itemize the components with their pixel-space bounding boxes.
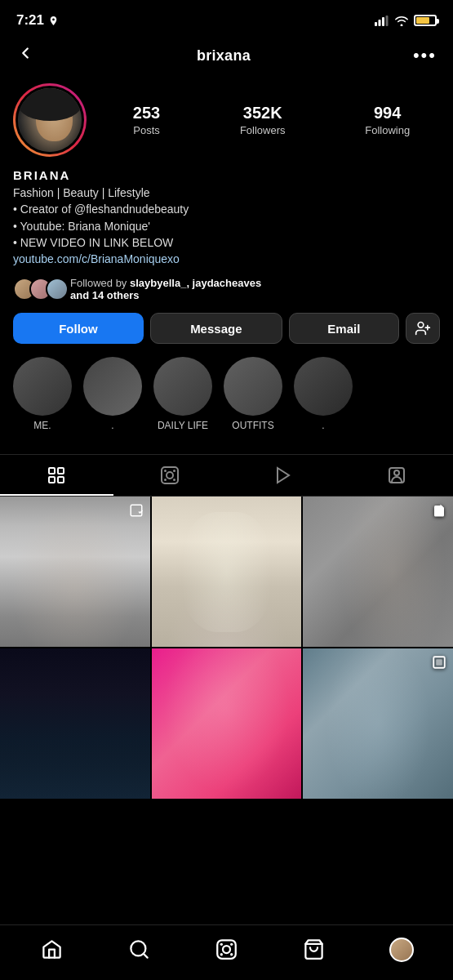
grid-item-4[interactable] xyxy=(0,648,150,799)
followed-names: slaybyella_, jaydacheaves xyxy=(130,277,261,289)
follow-button[interactable]: Follow xyxy=(13,313,144,344)
svg-point-15 xyxy=(164,479,167,481)
highlight-item-daily[interactable]: DAILY LIFE xyxy=(153,357,212,431)
svg-rect-20 xyxy=(131,506,142,517)
highlight-circle-daily xyxy=(153,357,212,416)
posts-label: Posts xyxy=(133,124,160,136)
bottom-nav xyxy=(0,924,453,980)
svg-point-16 xyxy=(173,479,175,481)
photo-grid xyxy=(0,497,453,798)
nav-reels-create[interactable] xyxy=(207,929,247,970)
svg-point-28 xyxy=(223,946,230,953)
search-icon xyxy=(128,938,150,960)
tab-reels[interactable] xyxy=(113,455,227,496)
play-icon xyxy=(273,466,293,485)
highlight-label-5: . xyxy=(322,420,324,431)
wifi-icon xyxy=(394,16,409,26)
highlight-item-me[interactable]: ME. xyxy=(13,357,72,431)
follower-avatar-3 xyxy=(46,278,69,301)
tab-grid[interactable] xyxy=(0,455,113,496)
nav-shop[interactable] xyxy=(294,929,335,970)
grid-icon xyxy=(47,466,66,485)
nav-home[interactable] xyxy=(32,929,73,970)
profile-username: brixana xyxy=(197,47,251,65)
grid-item-5[interactable] xyxy=(152,648,302,799)
svg-rect-3 xyxy=(386,16,389,26)
posts-count: 253 xyxy=(133,104,160,122)
message-button[interactable]: Message xyxy=(150,313,282,344)
profile-nav-avatar xyxy=(389,938,414,962)
followers-stat[interactable]: 352K Followers xyxy=(240,104,286,137)
nav-search[interactable] xyxy=(119,929,160,970)
svg-rect-7 xyxy=(49,468,55,474)
display-name: BRIANA xyxy=(13,168,440,182)
nav-profile[interactable] xyxy=(381,929,422,970)
followers-label: Followers xyxy=(240,124,286,136)
grid-item-6[interactable] xyxy=(303,648,453,799)
svg-rect-10 xyxy=(58,477,64,483)
nav-bar: brixana ••• xyxy=(0,36,453,75)
highlight-circle-outfits xyxy=(224,357,282,416)
home-icon xyxy=(41,938,63,960)
email-button[interactable]: Email xyxy=(289,313,399,344)
svg-point-4 xyxy=(418,323,424,328)
signal-icon xyxy=(375,16,389,26)
svg-rect-27 xyxy=(217,940,236,959)
svg-point-19 xyxy=(394,470,399,475)
tag-person-icon xyxy=(387,466,406,485)
highlight-label-outfits: OUTFITS xyxy=(232,420,273,431)
back-button[interactable] xyxy=(16,44,34,67)
highlight-item-5[interactable]: . xyxy=(294,357,353,431)
follower-avatars xyxy=(13,278,62,301)
time-display: 7:21 xyxy=(16,12,44,29)
multi-photo-indicator-3 xyxy=(432,503,446,518)
following-count: 994 xyxy=(365,104,410,122)
svg-point-13 xyxy=(164,470,167,472)
tab-video[interactable] xyxy=(227,455,340,496)
svg-rect-0 xyxy=(375,22,377,26)
avatar-photo xyxy=(18,88,82,152)
shop-icon xyxy=(303,938,325,960)
grid-item-2[interactable] xyxy=(152,497,302,647)
bio-text: Fashion | Beauty | Lifestyle • Creator o… xyxy=(13,185,440,267)
svg-line-26 xyxy=(144,954,148,958)
svg-rect-11 xyxy=(162,467,178,483)
profile-top: 253 Posts 352K Followers 994 Following xyxy=(13,83,440,157)
svg-point-31 xyxy=(220,953,223,956)
highlight-item-2[interactable]: . xyxy=(83,357,142,431)
stats-row: 253 Posts 352K Followers 994 Following xyxy=(103,104,440,137)
content-tab-bar xyxy=(0,454,453,497)
reels-nav-icon xyxy=(215,938,238,960)
action-buttons: Follow Message Email xyxy=(13,313,440,344)
reels-icon xyxy=(160,466,180,485)
posts-stat[interactable]: 253 Posts xyxy=(133,104,160,137)
profile-avatar-ring xyxy=(13,83,87,157)
battery-icon xyxy=(414,15,437,26)
svg-rect-24 xyxy=(436,659,442,666)
tab-tagged[interactable] xyxy=(340,455,453,496)
bio-line-1: Fashion | Beauty | Lifestyle xyxy=(13,186,150,199)
svg-point-29 xyxy=(220,943,223,946)
story-highlights: ME. . DAILY LIFE OUTFITS . xyxy=(13,357,440,441)
highlight-circle-me xyxy=(13,357,72,416)
bio-link[interactable]: youtube.com/c/BrianaMoniquexo xyxy=(13,252,180,265)
avatar xyxy=(16,86,84,154)
svg-point-30 xyxy=(230,943,233,946)
followed-others: and 14 others xyxy=(70,289,140,301)
status-time: 7:21 xyxy=(16,12,59,29)
svg-point-14 xyxy=(173,470,175,472)
highlight-label-daily: DAILY LIFE xyxy=(158,420,208,431)
more-options-button[interactable]: ••• xyxy=(413,45,437,66)
bio-line-2: • Creator of @fleshandnudebeauty xyxy=(13,203,189,216)
svg-marker-17 xyxy=(278,468,289,483)
multi-photo-indicator-6 xyxy=(432,655,446,670)
highlight-circle-2 xyxy=(83,357,142,416)
bio-section: BRIANA Fashion | Beauty | Lifestyle • Cr… xyxy=(13,168,440,267)
grid-item-1[interactable] xyxy=(0,497,150,647)
add-person-button[interactable] xyxy=(406,313,440,344)
location-icon xyxy=(48,16,59,26)
highlight-item-outfits[interactable]: OUTFITS xyxy=(224,357,282,431)
multi-photo-indicator-1 xyxy=(129,503,144,518)
following-stat[interactable]: 994 Following xyxy=(365,104,410,137)
grid-item-3[interactable] xyxy=(303,497,453,647)
